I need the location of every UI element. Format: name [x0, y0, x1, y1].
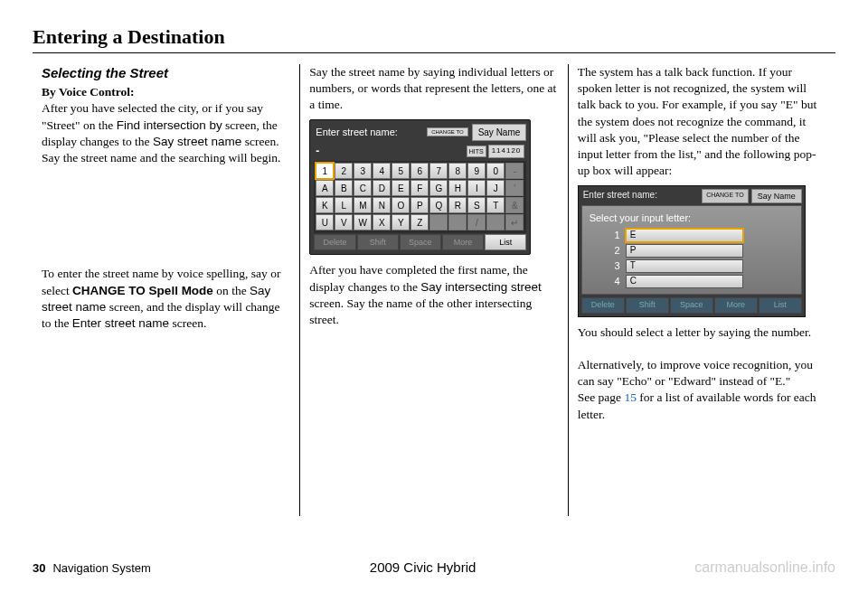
popup-say-name: Say Name — [751, 189, 802, 203]
popup-val-2: P — [626, 244, 743, 258]
key-c: C — [354, 180, 372, 196]
page-title: Entering a Destination — [33, 25, 835, 53]
page-number: 30 — [33, 561, 45, 575]
nav-change-to-chip: CHANGE TO — [427, 127, 467, 136]
key-4: 4 — [373, 163, 391, 179]
nav-list-button: List — [485, 234, 526, 250]
ui-say-street-name: Say street name — [153, 135, 241, 148]
key-n: N — [373, 197, 391, 213]
key-u: U — [316, 214, 334, 230]
popup-option-4: 4 C — [611, 275, 794, 288]
popup-list-button: List — [759, 297, 802, 314]
nav-say-name-button: Say Name — [472, 124, 527, 142]
popup-num-3: 3 — [611, 259, 620, 273]
key-1: 1 — [316, 163, 334, 179]
popup-val-4: C — [626, 275, 743, 288]
key-k: K — [316, 197, 334, 213]
key-blank2 — [448, 214, 467, 230]
key-b: B — [335, 180, 353, 196]
key-x: X — [373, 214, 391, 230]
text: on the — [213, 284, 250, 297]
key-7: 7 — [429, 163, 448, 179]
popup-bg-label: Enter street name: — [581, 189, 700, 203]
key-5: 5 — [392, 163, 410, 179]
nav-input-cursor: - — [316, 144, 319, 158]
popup-more-button: More — [714, 297, 758, 314]
para-after-first-name: After you have completed the first name,… — [309, 262, 558, 328]
key-6: 6 — [410, 163, 429, 179]
nav-space-button: Space — [400, 234, 441, 250]
para-talkback: The system has a talk back function. If … — [578, 64, 826, 180]
key-t: T — [486, 197, 505, 213]
popup-change-to: CHANGE TO — [702, 189, 748, 203]
key-v: V — [335, 214, 353, 230]
popup-shift-button: Shift — [626, 297, 669, 314]
key-s: S — [467, 197, 486, 213]
ui-say-intersecting-street: Say intersecting street — [420, 280, 542, 294]
key-r: R — [448, 197, 467, 213]
key-i: I — [467, 180, 486, 196]
column-2: Say the street name by saying individual… — [299, 64, 567, 516]
para-alternative: Alternatively, to improve voice recognit… — [578, 357, 826, 423]
key-y: Y — [392, 214, 410, 230]
key-d: D — [373, 180, 391, 196]
key-l: L — [335, 197, 353, 213]
key-0: 0 — [486, 163, 505, 179]
column-1: Selecting the Street By Voice Control: A… — [33, 64, 299, 516]
page-footer: 30 Navigation System 2009 Civic Hybrid c… — [33, 559, 835, 576]
popup-title: Select your input letter: — [590, 211, 794, 225]
footer-model: 2009 Civic Hybrid — [151, 559, 694, 575]
key-w: W — [354, 214, 372, 230]
text: See page — [578, 390, 625, 404]
popup-val-1: E — [626, 229, 743, 242]
ui-find-intersection: Find intersection by — [117, 118, 222, 132]
para-say-letters: Say the street name by saying individual… — [309, 64, 558, 114]
key-p: P — [410, 197, 429, 213]
popup-option-3: 3 T — [611, 259, 794, 273]
key-f: F — [410, 180, 429, 196]
page-link-15[interactable]: 15 — [624, 390, 637, 404]
nav-keyboard-screenshot: Enter street name: CHANGE TO Say Name - … — [309, 119, 531, 256]
text: Alternatively, to improve voice recognit… — [578, 358, 813, 388]
key-q: Q — [429, 197, 448, 213]
footer-watermark: carmanualsonline.info — [694, 559, 835, 576]
popup-option-1: 1 E — [611, 229, 794, 242]
text: screen. — [169, 316, 206, 330]
key-2: 2 — [335, 163, 353, 179]
key-blank3 — [486, 214, 505, 230]
key-enter-icon: ↵ — [505, 214, 524, 230]
key-3: 3 — [354, 163, 372, 179]
section-title: Selecting the Street — [42, 64, 290, 82]
nav-delete-button: Delete — [314, 234, 355, 250]
key-9: 9 — [467, 163, 486, 179]
key-8: 8 — [448, 163, 467, 179]
para-select-by-number: You should select a letter by saying the… — [578, 324, 826, 341]
nav-more-button: More — [442, 234, 484, 250]
key-amp: & — [505, 197, 524, 213]
key-a: A — [316, 180, 334, 196]
popup-screenshot: Enter street name: CHANGE TO Say Name Se… — [578, 185, 806, 317]
popup-num-4: 4 — [611, 275, 620, 288]
key-apostrophe: ' — [505, 180, 524, 196]
key-slash: / — [467, 214, 486, 230]
popup-delete-button: Delete — [581, 297, 625, 314]
key-g: G — [429, 180, 448, 196]
key-h: H — [448, 180, 467, 196]
column-3: The system has a talk back function. If … — [568, 64, 835, 516]
popup-num-1: 1 — [611, 229, 620, 242]
popup-num-2: 2 — [611, 244, 620, 258]
para-spell-mode: To enter the street name by voice spelli… — [42, 266, 290, 332]
popup-val-3: T — [626, 259, 743, 273]
key-o: O — [392, 197, 410, 213]
key-e: E — [392, 180, 410, 196]
popup-space-button: Space — [670, 297, 713, 314]
bold-change-to-spell: CHANGE TO Spell Mode — [72, 284, 213, 297]
nav-hits-label: HITS — [467, 146, 486, 157]
nav-shift-button: Shift — [357, 234, 399, 250]
key-z: Z — [410, 214, 429, 230]
subhead-voice-control: By Voice Control: — [42, 85, 135, 99]
nav-header-label: Enter street name: — [314, 126, 423, 139]
key-blank1 — [429, 214, 448, 230]
para-voice-intro: By Voice Control: After you have selecte… — [42, 84, 290, 166]
text: screen. Say the name of the other inters… — [309, 296, 532, 326]
